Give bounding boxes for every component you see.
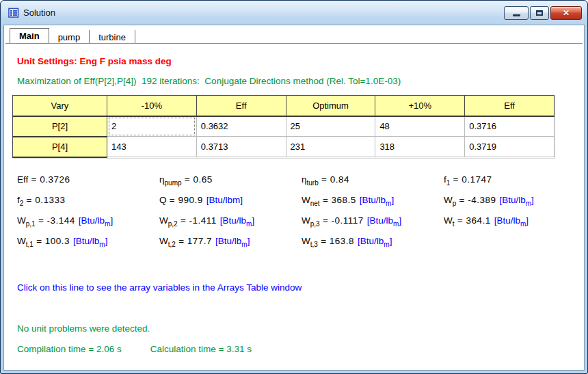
table-cell[interactable]: 0.3719 <box>465 137 554 157</box>
table-header-cell: Eff <box>196 96 286 116</box>
table-cell[interactable]: 0.3713 <box>196 137 286 157</box>
table-row: P[2]20.363225480.3716 <box>13 116 554 137</box>
unit-label: [Btu/lbm] <box>220 215 254 226</box>
table-cell[interactable]: 25 <box>286 116 375 137</box>
maximize-icon <box>536 10 543 16</box>
close-icon: ✕ <box>563 8 570 18</box>
unit-label: [Btu/lbm] <box>206 195 243 205</box>
solution-window: Solution ✕ Main pump turbine Unit Settin… <box>0 0 588 374</box>
variable-w-t-3: Wt,3 = 163.8[Btu/lbm] <box>302 236 444 256</box>
unit-label: [Btu/lbm] <box>79 215 113 226</box>
solution-table-icon <box>8 8 19 18</box>
variable-w-t-1: Wt,1 = 100.3[Btu/lbm] <box>17 236 159 256</box>
variable-w-net: Wnet = 368.5[Btu/lbm] <box>302 195 444 215</box>
unit-settings-line: Unit Settings: Eng F psia mass deg <box>17 56 172 66</box>
close-button[interactable]: ✕ <box>550 6 582 20</box>
table-cell[interactable]: 318 <box>375 137 465 157</box>
tab-bar: Main pump turbine <box>4 25 584 44</box>
table-cell[interactable]: 48 <box>375 116 465 137</box>
variable-eta-pump: ηpump = 0.65 <box>159 174 302 195</box>
variable-w-t-2: Wt,2 = 177.7[Btu/lbm] <box>159 236 302 256</box>
calculation-time: Calculation time = 3.31 s <box>150 344 252 354</box>
unit-label: [Btu/lbm] <box>494 215 529 226</box>
compilation-time: Compilation time = 2.06 s <box>17 344 122 354</box>
title-bar[interactable]: Solution ✕ <box>1 1 587 25</box>
variable-w-p-3: Wp,3 = -0.1117[Btu/lbm] <box>302 215 444 236</box>
variable-f-1: f1 = 0.1747 <box>444 174 534 195</box>
variable-f-2: f2 = 0.1333 <box>17 195 159 215</box>
table-cell[interactable]: 0.3632 <box>196 116 286 137</box>
variables-grid: Eff = 0.3726ηpump = 0.65ηturb = 0.84f1 =… <box>17 174 534 256</box>
table-header-cell: Optimum <box>286 96 375 116</box>
table-header-cell: +10% <box>375 96 465 116</box>
minimize-icon <box>513 14 520 16</box>
solution-content: Unit Settings: Eng F psia mass deg Maxim… <box>4 44 584 370</box>
table-cell[interactable]: 0.3716 <box>465 116 554 137</box>
minmax-table: Vary-10%EffOptimum+10%Eff P[2]20.3632254… <box>12 95 554 158</box>
variable-w-p-1: Wp,1 = -3.144[Btu/lbm] <box>17 215 159 236</box>
variable-w-t: Wt = 364.1[Btu/lbm] <box>444 215 534 236</box>
table-cell[interactable]: 143 <box>107 137 197 157</box>
variable-w-p-2: Wp,2 = -1.411[Btu/lbm] <box>159 215 302 236</box>
unit-label: [Btu/lbm] <box>367 215 401 226</box>
optimization-summary-line: Maximization of Eff(P[2],P[4]) 192 itera… <box>17 76 401 86</box>
table-cell[interactable]: 231 <box>286 137 375 157</box>
table-header-cell: Vary <box>13 96 107 116</box>
client-area: Main pump turbine Unit Settings: Eng F p… <box>3 25 585 371</box>
unit-label: [Btu/lbm] <box>360 195 394 205</box>
arrays-table-link[interactable]: Click on this line to see the array vari… <box>17 282 302 293</box>
variable-eff: Eff = 0.3726 <box>17 174 159 195</box>
table-cell[interactable]: 2 <box>107 116 197 137</box>
table-row-label: P[2] <box>13 116 107 137</box>
variable-empty <box>444 236 534 256</box>
variable-w-p: Wp = -4.389[Btu/lbm] <box>444 195 534 215</box>
unit-label: [Btu/lbm] <box>358 236 392 246</box>
table-header-row: Vary-10%EffOptimum+10%Eff <box>13 96 554 116</box>
minimize-button[interactable] <box>504 6 529 20</box>
table-row: P[4]1430.37132313180.3719 <box>13 137 554 157</box>
unit-label: [Btu/lbm] <box>499 195 533 205</box>
timing-line: Compilation time = 2.06 sCalculation tim… <box>17 344 252 354</box>
unit-label: [Btu/lbm] <box>215 236 250 246</box>
maximize-button[interactable] <box>530 6 549 20</box>
table-header-cell: Eff <box>465 96 554 116</box>
unit-check-line: No unit problems were detected. <box>17 323 150 334</box>
window-title: Solution <box>23 8 55 18</box>
unit-label: [Btu/lbm] <box>73 236 107 246</box>
table-row-label: P[4] <box>13 137 107 157</box>
table-header-cell: -10% <box>107 96 197 116</box>
variable-q: Q = 990.9[Btu/lbm] <box>159 195 302 215</box>
variable-eta-turb: ηturb = 0.84 <box>302 174 444 195</box>
